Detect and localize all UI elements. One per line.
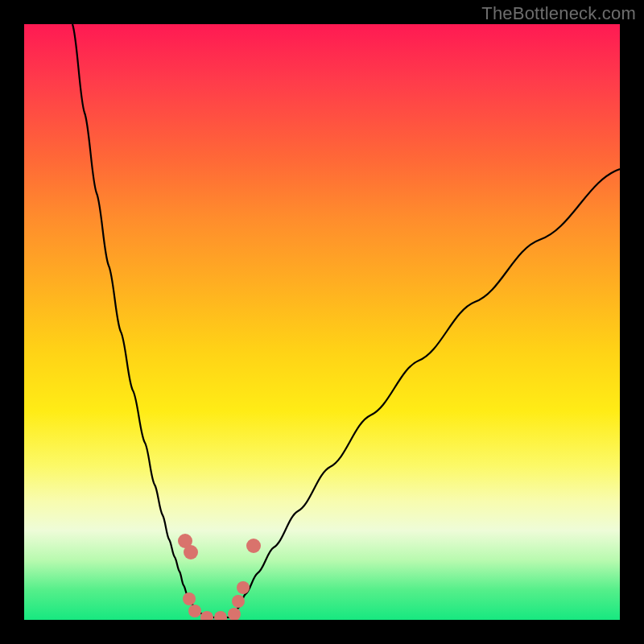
curve-right xyxy=(233,169,620,617)
data-marker xyxy=(200,611,213,620)
watermark-text: TheBottleneck.com xyxy=(481,3,636,24)
data-marker xyxy=(237,581,250,594)
marker-group xyxy=(178,534,261,620)
data-marker xyxy=(228,608,241,620)
curve-layer xyxy=(24,24,620,620)
chart-plot-area xyxy=(24,24,620,620)
curve-left xyxy=(72,24,209,617)
data-marker xyxy=(232,595,245,608)
data-marker xyxy=(188,605,201,617)
data-marker xyxy=(214,611,227,620)
data-marker xyxy=(246,539,261,553)
outer-frame: TheBottleneck.com xyxy=(0,0,644,644)
data-marker xyxy=(184,545,198,559)
data-marker xyxy=(183,592,196,605)
